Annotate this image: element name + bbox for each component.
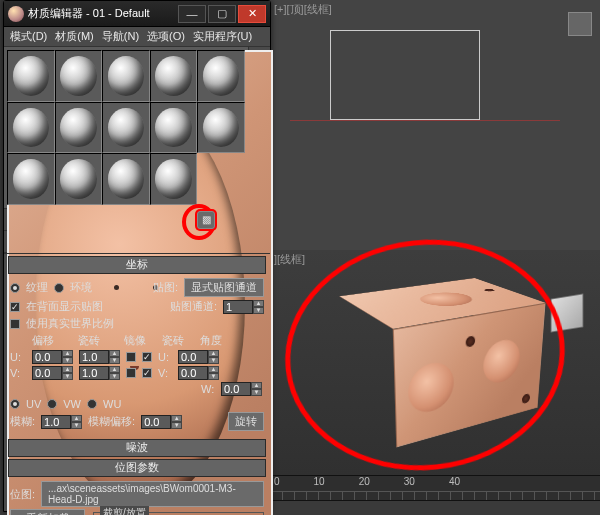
viewport-area: [+][顶][线框] ][线框] bbox=[270, 0, 600, 515]
rollout-noise-head[interactable]: 噪波 bbox=[8, 439, 266, 457]
menu-material[interactable]: 材质(M) bbox=[55, 29, 94, 44]
u-angle[interactable]: ▲▼ bbox=[178, 350, 219, 364]
v-ang-label: V: bbox=[158, 367, 172, 379]
w-ang-label: W: bbox=[201, 383, 215, 395]
radio-env[interactable] bbox=[54, 283, 64, 293]
w-angle[interactable]: ▲▼ bbox=[221, 382, 262, 396]
hdr-tile: 瓷砖 bbox=[162, 333, 186, 348]
sample-slot-2[interactable] bbox=[7, 50, 55, 102]
tick-40: 40 bbox=[449, 476, 460, 487]
crop-legend: 裁剪/放置 bbox=[100, 506, 149, 515]
u-tile[interactable] bbox=[142, 352, 152, 362]
menu-options[interactable]: 选项(O) bbox=[147, 29, 185, 44]
u-offset[interactable]: ▲▼ bbox=[32, 350, 73, 364]
viewport-persp-label[interactable]: ][线框] bbox=[274, 252, 305, 267]
reload-button[interactable]: 重新加载 bbox=[10, 509, 85, 515]
blur-label: 模糊: bbox=[10, 414, 35, 429]
show-end-result-icon[interactable]: ▩ bbox=[197, 211, 215, 229]
bitmap-path-button[interactable]: ...ax\sceneassets\images\BWom0001-M3-Hea… bbox=[41, 481, 264, 507]
bitmap-path-label: 位图: bbox=[10, 487, 35, 502]
hdr-angle: 角度 bbox=[200, 333, 222, 348]
tick-0: 0 bbox=[274, 476, 280, 487]
hdr-tiling: 瓷砖 bbox=[78, 333, 110, 348]
titlebar[interactable]: 材质编辑器 - 01 - Default — ▢ ✕ bbox=[4, 1, 270, 27]
sample-slot-11[interactable] bbox=[197, 102, 245, 154]
cb-real-world-label: 使用真实世界比例 bbox=[26, 316, 114, 331]
minimize-button[interactable]: — bbox=[178, 5, 206, 23]
sample-slot-13[interactable] bbox=[55, 153, 103, 205]
map-chan-label: 贴图通道: bbox=[170, 299, 217, 314]
bitmap-panel: 位图: ...ax\sceneassets\images\BWom0001-M3… bbox=[4, 477, 270, 515]
cb-show-back[interactable] bbox=[10, 302, 20, 312]
tick-20: 20 bbox=[359, 476, 370, 487]
u-tiling[interactable]: ▲▼ bbox=[79, 350, 120, 364]
bluroff-spin[interactable]: ▲▼ bbox=[141, 415, 182, 429]
menu-nav[interactable]: 导航(N) bbox=[102, 29, 139, 44]
map-channel-button[interactable]: 显式贴图通道 bbox=[184, 278, 264, 297]
camera-frame bbox=[330, 30, 480, 120]
blur-spin[interactable]: ▲▼ bbox=[41, 415, 82, 429]
timeline[interactable]: 0 10 20 30 40 bbox=[270, 475, 600, 515]
menu-util[interactable]: 实用程序(U) bbox=[193, 29, 252, 44]
v-mirror[interactable] bbox=[126, 368, 136, 378]
sample-slot-4[interactable] bbox=[102, 50, 150, 102]
hdr-offset: 偏移 bbox=[32, 333, 64, 348]
vw-label: VW bbox=[63, 398, 81, 410]
viewport-top[interactable]: [+][顶][线框] bbox=[270, 0, 600, 250]
material-editor-window: 材质编辑器 - 01 - Default — ▢ ✕ 模式(D) 材质(M) 导… bbox=[3, 0, 271, 512]
close-button[interactable]: ✕ bbox=[238, 5, 266, 23]
menubar: 模式(D) 材质(M) 导航(N) 选项(O) 实用程序(U) bbox=[4, 27, 270, 47]
maximize-button[interactable]: ▢ bbox=[208, 5, 236, 23]
wu-label: WU bbox=[103, 398, 121, 410]
sample-slot-8[interactable] bbox=[55, 102, 103, 154]
sample-slot-10[interactable] bbox=[150, 102, 198, 154]
sample-slot-3[interactable] bbox=[55, 50, 103, 102]
sample-slot-9[interactable] bbox=[102, 102, 150, 154]
viewport-perspective[interactable]: ][线框] bbox=[270, 250, 600, 475]
window-title: 材质编辑器 - 01 - Default bbox=[28, 6, 178, 21]
v-tile[interactable] bbox=[142, 368, 152, 378]
rotate-button[interactable]: 旋转 bbox=[228, 412, 264, 431]
v-offset[interactable]: ▲▼ bbox=[32, 366, 73, 380]
app-icon bbox=[8, 6, 24, 22]
u-mirror[interactable] bbox=[126, 352, 136, 362]
textured-box[interactable] bbox=[363, 289, 507, 420]
radio-vw[interactable] bbox=[47, 399, 57, 409]
sample-slot-15[interactable] bbox=[150, 153, 198, 205]
bluroff-label: 模糊偏移: bbox=[88, 414, 135, 429]
cb-real-world[interactable] bbox=[10, 319, 20, 329]
time-slider[interactable] bbox=[270, 500, 600, 515]
sample-slot-12[interactable] bbox=[7, 153, 55, 205]
radio-texture-label: 纹理 bbox=[26, 280, 48, 295]
sample-slot-6[interactable] bbox=[197, 50, 245, 102]
sample-slot-5[interactable] bbox=[150, 50, 198, 102]
axis-line bbox=[290, 120, 560, 121]
viewport-top-label[interactable]: [+][顶][线框] bbox=[274, 2, 332, 17]
hdr-mirror: 镜像 bbox=[124, 333, 148, 348]
tick-30: 30 bbox=[404, 476, 415, 487]
v-label: V: bbox=[10, 367, 26, 379]
radio-env-label: 环境 bbox=[70, 280, 92, 295]
sample-slot-14[interactable] bbox=[102, 153, 150, 205]
viewport-toggle-icon[interactable] bbox=[568, 12, 592, 36]
sample-slots bbox=[4, 47, 248, 208]
u-label: U: bbox=[10, 351, 26, 363]
v-angle[interactable]: ▲▼ bbox=[178, 366, 219, 380]
radio-wu[interactable] bbox=[87, 399, 97, 409]
rollout-coords-head[interactable]: 坐标 bbox=[8, 256, 266, 274]
u-ang-label: U: bbox=[158, 351, 172, 363]
uv-label: UV bbox=[26, 398, 41, 410]
coords-panel: 纹理 环境 贴图: 显式贴图通道 在背面显示贴图 贴图通道: ▲▼ 使用真实世界… bbox=[4, 274, 270, 437]
map-chan-spin[interactable]: ▲▼ bbox=[223, 300, 264, 314]
sample-slot-7[interactable] bbox=[7, 102, 55, 154]
radio-uv[interactable] bbox=[10, 399, 20, 409]
tick-10: 10 bbox=[314, 476, 325, 487]
radio-texture[interactable] bbox=[10, 283, 20, 293]
v-tiling[interactable]: ▲▼ bbox=[79, 366, 120, 380]
map-label: 贴图: bbox=[153, 280, 178, 295]
menu-mode[interactable]: 模式(D) bbox=[10, 29, 47, 44]
rollout-bitmap-head[interactable]: 位图参数 bbox=[8, 459, 266, 477]
cb-show-back-label: 在背面显示贴图 bbox=[26, 299, 103, 314]
